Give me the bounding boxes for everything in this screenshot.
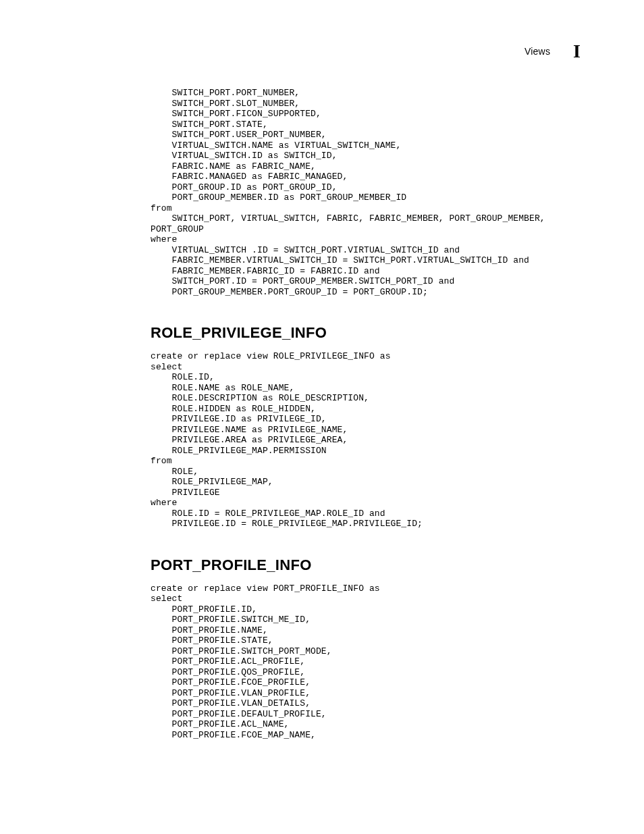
header-section-label: Views	[525, 46, 550, 57]
header-appendix-marker: I	[573, 42, 581, 61]
heading-role-privilege-info: ROLE_PRIVILEGE_INFO	[151, 324, 581, 342]
page-content: SWITCH_PORT.PORT_NUMBER, SWITCH_PORT.SLO…	[151, 88, 581, 740]
document-page: Views I SWITCH_PORT.PORT_NUMBER, SWITCH_…	[0, 0, 644, 781]
running-header: Views I	[525, 42, 581, 61]
code-block-port-profile: create or replace view PORT_PROFILE_INFO…	[151, 583, 581, 741]
code-block-switch-port: SWITCH_PORT.PORT_NUMBER, SWITCH_PORT.SLO…	[151, 88, 581, 297]
heading-port-profile-info: PORT_PROFILE_INFO	[151, 556, 581, 574]
code-block-role-privilege: create or replace view ROLE_PRIVILEGE_IN…	[151, 351, 581, 529]
